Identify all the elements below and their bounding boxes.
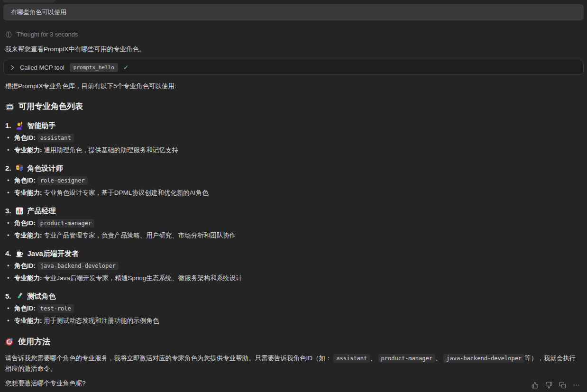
role-id-chip: java-backend-developer xyxy=(443,354,524,363)
thumbs-down-icon xyxy=(545,382,552,389)
role-title: 角色设计师 xyxy=(28,164,63,173)
role-title: 产品经理 xyxy=(28,206,56,216)
copy-icon xyxy=(559,382,566,389)
assistant-intro-text: 我来帮您查看PromptX中有哪些可用的专业角色。 xyxy=(5,45,582,54)
chevron-right-icon xyxy=(10,65,15,70)
assistant-summary-text: 根据PromptX专业角色库，目前有以下5个专业角色可以使用: xyxy=(5,82,582,91)
robot-icon xyxy=(5,102,14,111)
success-check-icon: ✓ xyxy=(123,64,129,71)
role-id-row: 角色ID: product-manager xyxy=(14,219,587,228)
role-capability-row: 专业能力: 专业角色设计专家，基于DPML协议创建和优化新的AI角色 xyxy=(14,188,587,198)
user-message-bubble: 有哪些角色可以使用 xyxy=(3,4,584,20)
brain-icon xyxy=(5,31,12,38)
role-id-row: 角色ID: role-designer xyxy=(14,176,587,185)
roles-list-heading-text: 可用专业角色列表 xyxy=(18,101,83,112)
target-icon xyxy=(5,337,14,346)
role-id-chip: assistant xyxy=(333,354,370,363)
role-id-chip: assistant xyxy=(37,134,74,142)
usage-instructions: 请告诉我您需要哪个角色的专业服务，我将立即激活对应的专家角色为您提供专业帮助。只… xyxy=(5,353,582,374)
thumbs-down-button[interactable] xyxy=(543,380,554,390)
role-heading-4: 4. Java后端开发者 xyxy=(5,249,587,258)
thought-label: Thought for 3 seconds xyxy=(17,31,78,38)
roles-list-heading: 可用专业角色列表 xyxy=(5,101,587,112)
mcp-tool-call-row[interactable]: Called MCP tool promptx_hello ✓ xyxy=(3,60,584,75)
role-capability-row: 专业能力: 通用助理角色，提供基础的助理服务和记忆支持 xyxy=(14,146,587,155)
role-props-3: 角色ID: product-manager 专业能力: 专业产品管理专家，负责产… xyxy=(0,219,587,240)
role-heading-1: 1. 智能助手 xyxy=(5,121,587,130)
role-number: 5. xyxy=(5,292,11,301)
more-ellipsis-icon xyxy=(573,382,580,389)
tool-name-badge: promptx_hello xyxy=(70,63,118,72)
tool-call-label: Called MCP tool xyxy=(20,64,64,71)
role-heading-3: 3. 产品经理 xyxy=(5,206,587,216)
role-number: 4. xyxy=(5,249,11,258)
role-heading-5: 5. 测试角色 xyxy=(5,292,587,301)
role-props-4: 角色ID: java-backend-developer 专业能力: 专业Jav… xyxy=(0,261,587,283)
thought-toggle[interactable]: Thought for 3 seconds xyxy=(5,31,78,38)
role-props-1: 角色ID: assistant 专业能力: 通用助理角色，提供基础的助理服务和记… xyxy=(0,133,587,155)
more-actions-button[interactable] xyxy=(571,380,581,390)
role-capability-row: 专业能力: 用于测试动态发现和注册功能的示例角色 xyxy=(14,316,587,326)
role-props-2: 角色ID: role-designer 专业能力: 专业角色设计专家，基于DPM… xyxy=(0,176,587,198)
role-number: 1. xyxy=(5,121,11,130)
usage-heading-text: 使用方法 xyxy=(18,336,50,347)
test-tube-icon xyxy=(15,292,24,301)
usage-question: 您想要激活哪个专业角色呢? xyxy=(5,378,582,389)
thumbs-up-button[interactable] xyxy=(530,380,540,390)
role-number: 2. xyxy=(5,164,11,173)
bar-chart-icon xyxy=(15,207,24,215)
role-title: 测试角色 xyxy=(28,292,56,301)
role-heading-2: 2. 角色设计师 xyxy=(5,164,587,173)
role-capability-row: 专业能力: 专业Java后端开发专家，精通Spring生态系统、微服务架构和系统… xyxy=(14,273,587,283)
role-id-chip: test-role xyxy=(37,304,74,313)
role-number: 3. xyxy=(5,206,11,216)
copy-button[interactable] xyxy=(557,380,568,390)
role-id-chip: java-backend-developer xyxy=(37,262,119,270)
role-title: Java后端开发者 xyxy=(28,249,79,258)
message-action-bar xyxy=(530,380,581,390)
role-id-chip: product-manager xyxy=(378,354,435,363)
role-capability-row: 专业能力: 专业产品管理专家，负责产品策略、用户研究、市场分析和团队协作 xyxy=(14,231,587,240)
role-title: 智能助手 xyxy=(28,121,56,130)
coffee-icon xyxy=(15,249,24,258)
thumbs-up-icon xyxy=(532,382,539,389)
raising-hand-icon xyxy=(15,121,24,130)
performing-arts-icon xyxy=(15,164,24,173)
role-id-row: 角色ID: assistant xyxy=(14,133,587,143)
usage-heading: 使用方法 xyxy=(5,336,587,347)
role-id-row: 角色ID: test-role xyxy=(14,304,587,313)
role-id-chip: product-manager xyxy=(37,219,94,228)
clipped-previous-element xyxy=(3,0,55,2)
role-props-5: 角色ID: test-role 专业能力: 用于测试动态发现和注册功能的示例角色 xyxy=(0,304,587,326)
user-message-text: 有哪些角色可以使用 xyxy=(11,8,66,17)
role-id-chip: role-designer xyxy=(37,176,88,185)
role-id-row: 角色ID: java-backend-developer xyxy=(14,261,587,271)
